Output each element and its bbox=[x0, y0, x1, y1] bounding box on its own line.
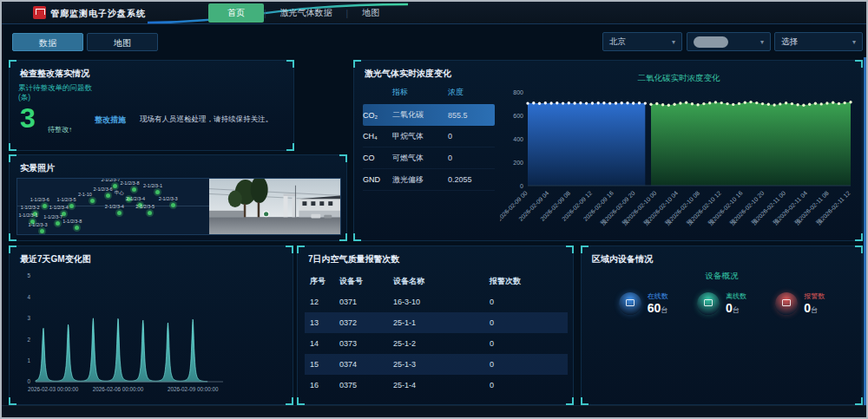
alarm-cell: 12 bbox=[310, 298, 339, 306]
laser-gas-panel-title: 激光气体实时浓度变化 bbox=[365, 68, 451, 80]
area-select[interactable]: ▾ bbox=[687, 32, 771, 51]
right-edge-scrollbar[interactable] bbox=[864, 57, 866, 408]
remediation-tip-text: 现场有人员巡检处理，请持续保持关注。 bbox=[140, 115, 289, 125]
monitoring-point[interactable]: 2-1/2/3-4 bbox=[117, 211, 122, 215]
alarm-table-row[interactable]: 14037325-1-20 bbox=[305, 333, 568, 354]
device-icon bbox=[619, 292, 641, 315]
gas-name: 甲烷气体 bbox=[392, 131, 448, 142]
street-photo bbox=[209, 179, 340, 234]
alarm-cell: 0374 bbox=[339, 360, 393, 369]
alarm-cell: 25-1-3 bbox=[393, 360, 490, 369]
alarm-table-row[interactable]: 12037116-3-100 bbox=[305, 291, 568, 312]
monitoring-point-label: 2-1/2/3-5 bbox=[135, 204, 155, 209]
photo-content: 2-1/2/3-72-1/2/3-82-1/2/3-12-1/2/3-6中心2-… bbox=[16, 178, 341, 235]
svg-text:0: 0 bbox=[520, 183, 523, 189]
alarm-cell: 0375 bbox=[339, 381, 393, 390]
gas-table-body: CO₂二氧化碳855.5CH₄甲烷气体0CO可燃气体0GND激光偏移0.2055 bbox=[363, 104, 495, 191]
device-stat: 在线数 60台 bbox=[619, 291, 668, 315]
photo-panel-title: 实景照片 bbox=[20, 162, 55, 174]
gas-value: 0 bbox=[448, 154, 495, 162]
co2-chart-title: 二氧化碳实时浓度变化 bbox=[500, 73, 858, 84]
gas-value: 855.5 bbox=[448, 111, 495, 120]
monitoring-point[interactable]: 1-1/2/3-6 bbox=[43, 204, 47, 208]
monitoring-point[interactable]: 2-1/2/3-5 bbox=[148, 211, 152, 215]
monitoring-point[interactable]: 2-1/2/3-8 bbox=[132, 187, 136, 192]
alarm-cell: 0 bbox=[490, 339, 562, 348]
svg-text:0: 0 bbox=[27, 378, 30, 384]
pending-issues-count: 3 bbox=[20, 102, 36, 134]
monitoring-point-label: 1-1/2/3-4 bbox=[49, 205, 69, 210]
gas-header-concentration: 浓度 bbox=[448, 87, 495, 98]
device-icon bbox=[775, 292, 798, 315]
alarm-cell: 0373 bbox=[339, 339, 393, 348]
alarm-cell: 25-1-1 bbox=[393, 318, 490, 327]
monitoring-point-label: 2-1/2/3-4 bbox=[105, 204, 124, 209]
tab-home[interactable]: 首页 bbox=[208, 3, 264, 23]
tab-laser-gas-data[interactable]: 激光气体数据 bbox=[266, 3, 346, 23]
bottom-bar bbox=[2, 405, 866, 417]
alarm-table-row[interactable]: 15037425-1-30 bbox=[305, 354, 568, 375]
nav-tabs: 首页 | 激光气体数据 | 地图 bbox=[208, 3, 393, 23]
monitoring-point[interactable]: 2-1/2/3-1 bbox=[155, 190, 160, 194]
gas-table-row[interactable]: CO₂二氧化碳855.5 bbox=[363, 104, 495, 126]
gas-table-row[interactable]: GND激光偏移0.2055 bbox=[363, 169, 495, 191]
monitoring-point-label: 2-1/2/3-7 bbox=[101, 179, 120, 182]
gas-code: GND bbox=[363, 175, 392, 184]
monitoring-point-label: 1-1/2/3-7 bbox=[43, 214, 62, 219]
gas-code: CO bbox=[363, 154, 392, 162]
monitoring-point[interactable]: 2-1/2/3-7 bbox=[113, 184, 117, 188]
monitoring-point[interactable]: 1-1/2/3-7 bbox=[56, 221, 60, 226]
device-select[interactable]: 选择 ▾ bbox=[774, 32, 863, 51]
alarm-table-row[interactable]: 16037525-1-40 bbox=[305, 375, 568, 396]
alarm-table-panel: 7日内空气质量报警次数 序号 设备号 设备名称 报警次数 12037116-3-… bbox=[297, 246, 574, 405]
alarm-cell: 0 bbox=[490, 298, 562, 306]
remediation-link[interactable]: 整改措施 bbox=[95, 115, 126, 126]
devices-panel-title: 区域内设备情况 bbox=[592, 253, 653, 265]
monitoring-points-map[interactable]: 2-1/2/3-72-1/2/3-82-1/2/3-12-1/2/3-6中心2-… bbox=[17, 179, 209, 234]
svg-text:800: 800 bbox=[513, 89, 523, 95]
monitoring-point-label: 2-1-10 bbox=[78, 192, 92, 197]
stat-label: 离线数 bbox=[726, 291, 746, 301]
monitoring-point-label: 1-1/2/3-3 bbox=[28, 222, 47, 227]
alarm-cell: 0 bbox=[490, 360, 562, 369]
stat-label: 报警数 bbox=[804, 291, 825, 301]
inspection-panel: 检查整改落实情况 累计待整改单的问题数 (条) 3 待整改↑ 整改措施 现场有人… bbox=[9, 60, 294, 151]
monitoring-point[interactable]: 2-1-10 bbox=[90, 199, 95, 203]
monitoring-point[interactable]: 1-1/2/3-3 bbox=[40, 229, 44, 233]
gas-table-row[interactable]: CH₄甲烷气体0 bbox=[363, 126, 495, 147]
svg-text:2026-02-09 00:00:00: 2026-02-09 00:00:00 bbox=[168, 386, 219, 392]
svg-text:600: 600 bbox=[513, 113, 523, 119]
inspection-panel-title: 检查整改落实情况 bbox=[20, 68, 89, 80]
devices-subtitle: 设备概况 bbox=[582, 271, 862, 282]
monitoring-point[interactable]: 1-1/2/3-5 bbox=[69, 204, 74, 208]
alarm-cell: 0372 bbox=[339, 318, 393, 327]
alarm-cell: 0371 bbox=[339, 298, 393, 306]
monitoring-point-label: 1-1/2/3-2 bbox=[21, 205, 40, 210]
monitoring-point-label: 2-1/2/3-1 bbox=[143, 183, 162, 188]
svg-text:4: 4 bbox=[27, 294, 30, 300]
alarm-table-title: 7日内空气质量报警次数 bbox=[308, 253, 400, 265]
alarm-cell: 25-1-2 bbox=[393, 339, 490, 348]
gas-table-row[interactable]: CO可燃气体0 bbox=[363, 147, 495, 169]
data-button[interactable]: 数据 bbox=[12, 33, 83, 51]
chevron-down-icon: ▾ bbox=[760, 38, 764, 46]
alarm-cell: 14 bbox=[310, 339, 339, 348]
alarm-table-row[interactable]: 13037225-1-10 bbox=[305, 312, 568, 333]
tab-map[interactable]: 地图 bbox=[348, 3, 393, 23]
map-button[interactable]: 地图 bbox=[87, 33, 158, 51]
svg-text:1: 1 bbox=[27, 357, 30, 363]
dashboard: 管廊监测电子沙盘系统 首页 | 激光气体数据 | 地图 数据 地图 北京 ▾ ▾… bbox=[0, 0, 868, 419]
region-select[interactable]: 北京 ▾ bbox=[602, 32, 682, 51]
device-select-value: 选择 bbox=[781, 36, 798, 48]
monitoring-point[interactable]: 1-1/2/3-8 bbox=[75, 226, 79, 230]
device-icon bbox=[697, 292, 720, 315]
monitoring-point-label: 2-1/2/3-3 bbox=[159, 196, 178, 201]
monitoring-point[interactable]: 2-1/2/3-6 bbox=[106, 193, 110, 198]
gas-name: 激光偏移 bbox=[392, 174, 448, 186]
top-header: 管廊监测电子沙盘系统 首页 | 激光气体数据 | 地图 bbox=[2, 2, 866, 24]
monitoring-point-label: 2-1/2/3-8 bbox=[120, 180, 139, 186]
device-stat: 离线数 0台 bbox=[697, 291, 746, 315]
chevron-down-icon: ▾ bbox=[852, 38, 856, 46]
monitoring-point-label: 1-1/2/3-6 bbox=[30, 197, 49, 202]
monitoring-point[interactable]: 2-1/2/3-3 bbox=[171, 203, 175, 207]
